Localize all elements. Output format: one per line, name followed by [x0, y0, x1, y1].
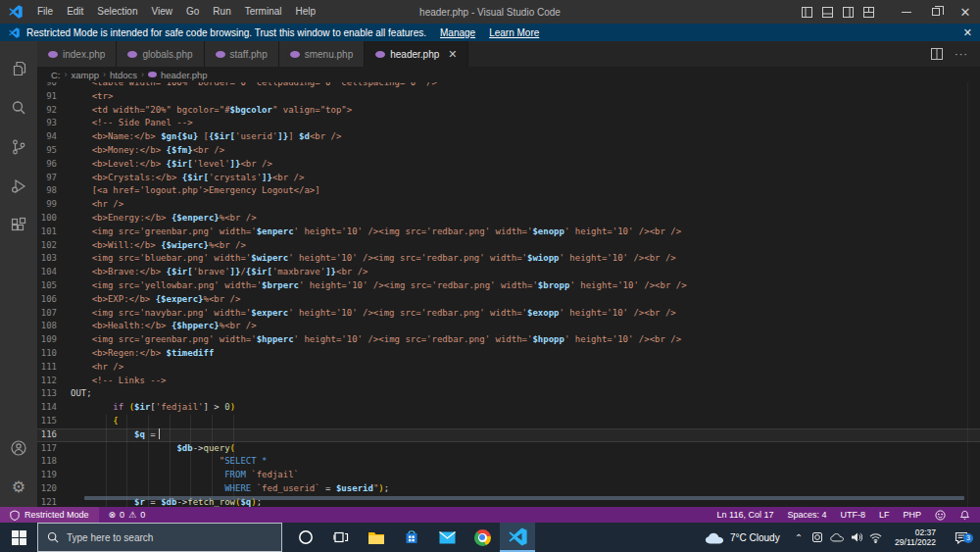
chrome-button[interactable]: [465, 523, 500, 552]
toggle-sidebar-icon[interactable]: [802, 7, 812, 18]
cursor-position-status[interactable]: Ln 116, Col 17: [717, 510, 774, 520]
code-line-109[interactable]: 109 <img src='greenbar.png' width='$hppe…: [37, 333, 980, 347]
menu-terminal[interactable]: Terminal: [238, 0, 289, 24]
menu-edit[interactable]: Edit: [60, 0, 90, 24]
tab-smenu-php[interactable]: smenu.php: [279, 41, 365, 67]
code-line-102[interactable]: 102 <b>Will:</b> {$wiperc}%<br />: [37, 239, 980, 253]
code-line-94[interactable]: 94 <b>Name:</b> $gn{$u} [{$ir['userid']}…: [37, 130, 980, 144]
toggle-panel-icon[interactable]: [822, 7, 833, 18]
code-line-90[interactable]: 90 <table width="100%" border="0" cellpa…: [37, 82, 980, 90]
split-editor-icon[interactable]: [931, 48, 943, 60]
tray-onedrive-cloud-icon[interactable]: [830, 532, 844, 542]
code-line-119[interactable]: 119 FROM `fedjail`: [37, 469, 980, 482]
eol-status[interactable]: LF: [879, 510, 890, 520]
code-line-106[interactable]: 106 <b>EXP:</b> {$experc}%<br />: [37, 293, 980, 307]
code-line-107[interactable]: 107 <img src='navybar.png' width='$exper…: [37, 307, 980, 321]
code-line-118[interactable]: 118 "SELECT *: [37, 455, 980, 469]
tab-close-icon[interactable]: ✕: [448, 48, 457, 61]
more-actions-icon[interactable]: ···: [955, 48, 968, 60]
search-icon[interactable]: [0, 88, 37, 127]
code-line-111[interactable]: 111 <hr />: [37, 361, 980, 375]
menu-run[interactable]: Run: [206, 0, 237, 24]
close-window-button[interactable]: ✕: [951, 0, 980, 24]
restore-button[interactable]: [921, 0, 951, 24]
source-control-icon[interactable]: [0, 127, 37, 167]
taskbar-search-input[interactable]: Type here to search: [37, 523, 282, 552]
start-button[interactable]: [0, 523, 37, 552]
breadcrumb-htdocs[interactable]: htdocs: [110, 70, 137, 80]
code-line-115[interactable]: 115 {: [37, 415, 980, 428]
tab-header-php[interactable]: header.php✕: [365, 41, 468, 67]
vscode-taskbar-button[interactable]: [500, 523, 535, 552]
code-line-105[interactable]: 105 <img src='yellowbar.png' width='$brp…: [37, 279, 980, 293]
code-line-98[interactable]: 98 [<a href='logout.php'>Emergency Logou…: [37, 184, 980, 198]
code-line-95[interactable]: 95 <b>Money:</b> {$fm}<br />: [37, 144, 980, 158]
code-editor[interactable]: 90 <table width="100%" border="0" cellpa…: [37, 82, 980, 507]
notification-center-button[interactable]: 3: [949, 531, 974, 544]
code-line-112[interactable]: 112 <!-- Links -->: [37, 375, 980, 388]
code-line-104[interactable]: 104 <b>Brave:</b> {$ir['brave']}/{$ir['m…: [37, 266, 980, 279]
code-line-99[interactable]: 99 <hr />: [37, 198, 980, 212]
cortana-button[interactable]: [288, 523, 323, 552]
tab-index-php[interactable]: index.php: [37, 41, 117, 67]
code-line-92[interactable]: 92 <td width="20%" bgcolor="#$bgcolor" v…: [37, 104, 980, 118]
toggle-secondary-sidebar-icon[interactable]: [843, 7, 854, 18]
tray-device-icon[interactable]: [811, 531, 823, 543]
hidden-icons-chevron[interactable]: ⌃: [795, 532, 803, 543]
menu-help[interactable]: Help: [289, 0, 323, 24]
code-line-108[interactable]: 108 <b>Health:</b> {$hpperc}%<br />: [37, 320, 980, 333]
clock-widget[interactable]: 02:37 29/11/2022: [891, 527, 940, 547]
indentation-status[interactable]: Spaces: 4: [787, 510, 826, 520]
code-line-101[interactable]: 101 <img src='greenbar.png' width='$enpe…: [37, 226, 980, 239]
code-line-117[interactable]: 117 $db->query(: [37, 442, 980, 456]
learn-more-link[interactable]: Learn More: [489, 27, 539, 38]
restricted-mode-status[interactable]: Restricted Mode: [0, 507, 99, 523]
extensions-icon[interactable]: [0, 206, 37, 245]
code-line-96[interactable]: 96 <b>Level:</b> {$ir['level']}<br />: [37, 158, 980, 172]
weather-widget[interactable]: 7°C Cloudy: [699, 531, 786, 544]
code-line-110[interactable]: 110 <b>Regen:</b> $timediff: [37, 347, 980, 361]
code-line-120[interactable]: 120 WHERE `fed_userid` = $userid");: [37, 482, 980, 496]
task-view-button[interactable]: [323, 523, 359, 552]
code-line-100[interactable]: 100 <b>Energy:</b> {$enperc}%<br />: [37, 212, 980, 226]
horizontal-scrollbar[interactable]: [84, 496, 964, 500]
code-line-116[interactable]: 116 $q =: [37, 428, 980, 442]
mail-button[interactable]: [429, 523, 465, 552]
tab-staff-php[interactable]: staff.php: [205, 41, 279, 67]
weather-text: 7°C Cloudy: [730, 532, 780, 543]
menu-file[interactable]: File: [30, 0, 60, 24]
file-explorer-button[interactable]: [359, 523, 394, 552]
breadcrumb-drive[interactable]: C:: [51, 70, 61, 80]
breadcrumb-file[interactable]: header.php: [161, 70, 208, 80]
code-line-113[interactable]: 113OUT;: [37, 387, 980, 401]
minimize-button[interactable]: [892, 0, 921, 24]
code-line-97[interactable]: 97 <b>Crystals:</b> {$ir['crystals']}<br…: [37, 172, 980, 185]
tray-network-wifi-icon[interactable]: [869, 532, 882, 543]
banner-close-icon[interactable]: ✕: [963, 26, 972, 39]
code-line-93[interactable]: 93 <!-- Side Panel -->: [37, 117, 980, 130]
feedback-icon[interactable]: [935, 510, 946, 521]
store-button[interactable]: [394, 523, 429, 552]
scrollbar-track[interactable]: [967, 82, 968, 507]
language-mode-status[interactable]: PHP: [903, 510, 921, 520]
menu-view[interactable]: View: [145, 0, 180, 24]
code-text: WHERE `fed_userid` = $userid");: [71, 483, 389, 493]
encoding-status[interactable]: UTF-8: [840, 510, 865, 520]
notifications-bell-icon[interactable]: [959, 510, 970, 521]
breadcrumb-xampp[interactable]: xampp: [72, 70, 100, 80]
manage-link[interactable]: Manage: [440, 27, 475, 38]
menu-go[interactable]: Go: [179, 0, 206, 24]
tray-volume-icon[interactable]: [851, 531, 862, 543]
run-debug-icon[interactable]: [0, 167, 37, 206]
customize-layout-icon[interactable]: [863, 7, 874, 18]
problems-status[interactable]: ⊗0 ⚠0: [99, 510, 156, 520]
windows-taskbar: Type here to search 7°C Cloudy ⌃: [0, 523, 980, 552]
explorer-icon[interactable]: [0, 49, 37, 88]
code-line-103[interactable]: 103 <img src='bluebar.png' width='$wiper…: [37, 252, 980, 266]
code-line-91[interactable]: 91 <tr>: [37, 90, 980, 104]
account-icon[interactable]: [0, 428, 37, 468]
tab-globals-php[interactable]: globals.php: [117, 41, 204, 67]
menu-selection[interactable]: Selection: [90, 0, 144, 24]
settings-gear-icon[interactable]: ⚙: [0, 468, 37, 507]
code-line-114[interactable]: 114 if ($ir['fedjail'] > 0): [37, 401, 980, 415]
